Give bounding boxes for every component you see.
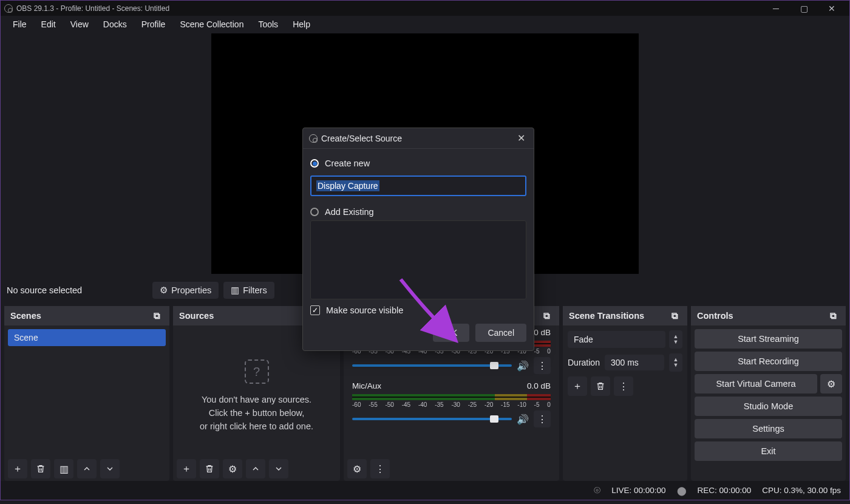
menu-file[interactable]: File xyxy=(5,17,34,32)
question-icon: ? xyxy=(245,359,269,384)
speaker-icon[interactable]: 🔊 xyxy=(517,360,529,372)
popout-icon[interactable]: ⧉ xyxy=(672,311,681,321)
delete-source-button[interactable] xyxy=(200,459,219,478)
create-new-radio[interactable]: Create new xyxy=(310,155,526,172)
transition-select[interactable]: Fade xyxy=(568,331,665,348)
channel-menu-button[interactable]: ⋮ xyxy=(534,357,551,374)
scene-up-button[interactable] xyxy=(77,459,97,478)
add-scene-button[interactable]: ＋ xyxy=(8,459,27,478)
channel-level: 0.0 dB xyxy=(527,381,551,390)
mixer-channel: Mic/Aux 0.0 dB -60-55-50-45-40-35-30-25-… xyxy=(347,379,556,432)
source-settings-button[interactable]: ⚙ xyxy=(223,459,242,478)
source-up-button[interactable] xyxy=(246,459,265,478)
channel-menu-button[interactable]: ⋮ xyxy=(534,410,551,427)
checkbox-checked-icon: ✓ xyxy=(310,305,320,315)
virtual-camera-settings-button[interactable]: ⚙ xyxy=(820,374,842,393)
obs-logo-icon xyxy=(309,134,318,143)
live-status: LIVE: 00:00:00 xyxy=(611,486,665,495)
make-visible-label: Make source visible xyxy=(326,305,403,315)
filter-icon: ▥ xyxy=(231,285,239,295)
empty-line: Click the + button below, xyxy=(175,407,338,420)
properties-label: Properties xyxy=(171,285,211,295)
menu-bar: File Edit View Docks Profile Scene Colle… xyxy=(0,16,850,33)
mixer-settings-button[interactable]: ⚙ xyxy=(347,459,367,478)
rec-status: REC: 00:00:00 xyxy=(698,486,752,495)
record-icon: ⬤ xyxy=(677,486,687,495)
source-name-input[interactable]: Display Capture xyxy=(310,175,526,196)
volume-slider[interactable] xyxy=(352,418,512,420)
minimize-button[interactable]: ─ xyxy=(762,1,790,16)
transition-updown[interactable]: ▲▼ xyxy=(669,330,682,349)
menu-profile[interactable]: Profile xyxy=(134,17,173,32)
no-source-label: No source selected xyxy=(7,285,82,295)
delete-transition-button[interactable] xyxy=(591,376,610,396)
broadcast-icon: ⦾ xyxy=(594,486,600,495)
menu-view[interactable]: View xyxy=(63,17,96,32)
scene-down-button[interactable] xyxy=(100,459,120,478)
cancel-button[interactable]: Cancel xyxy=(475,324,526,342)
create-new-label: Create new xyxy=(325,158,370,168)
filters-button[interactable]: ▥ Filters xyxy=(223,282,274,299)
transitions-title: Scene Transitions xyxy=(569,311,644,321)
maximize-button[interactable]: ▢ xyxy=(790,1,818,16)
start-recording-button[interactable]: Start Recording xyxy=(695,352,842,371)
start-streaming-button[interactable]: Start Streaming xyxy=(695,329,842,349)
properties-button[interactable]: ⚙ Properties xyxy=(152,282,219,299)
scene-item[interactable]: Scene xyxy=(8,329,166,346)
add-source-button[interactable]: ＋ xyxy=(177,459,196,478)
popout-icon[interactable]: ⧉ xyxy=(543,311,553,321)
menu-help[interactable]: Help xyxy=(285,17,318,32)
source-down-button[interactable] xyxy=(269,459,288,478)
controls-title: Controls xyxy=(697,311,733,321)
create-source-dialog: Create/Select Source ✕ Create new Displa… xyxy=(302,128,534,351)
menu-tools[interactable]: Tools xyxy=(251,17,285,32)
filters-label: Filters xyxy=(243,285,267,295)
obs-logo-icon xyxy=(4,4,13,13)
sources-title: Sources xyxy=(179,311,214,321)
volume-slider[interactable] xyxy=(352,364,512,367)
scenes-title: Scenes xyxy=(10,311,41,321)
no-sources-placeholder: ? You don't have any sources. Click the … xyxy=(175,359,338,433)
source-name-value: Display Capture xyxy=(316,180,379,191)
vu-meter xyxy=(352,394,551,400)
exit-button[interactable]: Exit xyxy=(695,441,842,461)
dialog-title: Create/Select Source xyxy=(321,134,402,143)
empty-line: or right click here to add one. xyxy=(175,420,338,434)
scene-filter-button[interactable]: ▥ xyxy=(54,459,73,478)
delete-scene-button[interactable] xyxy=(31,459,50,478)
status-bar: ⦾ LIVE: 00:00:00 ⬤ REC: 00:00:00 CPU: 0.… xyxy=(0,481,850,500)
speaker-icon[interactable]: 🔊 xyxy=(517,414,529,425)
add-existing-label: Add Existing xyxy=(325,207,374,217)
mixer-menu-button[interactable]: ⋮ xyxy=(370,459,390,478)
menu-scene-collection[interactable]: Scene Collection xyxy=(172,17,251,32)
menu-edit[interactable]: Edit xyxy=(34,17,63,32)
add-existing-radio[interactable]: Add Existing xyxy=(310,203,526,220)
add-transition-button[interactable]: ＋ xyxy=(568,376,587,396)
radio-checked-icon xyxy=(310,159,319,168)
close-button[interactable]: ✕ xyxy=(818,1,846,16)
duration-label: Duration xyxy=(568,358,600,367)
existing-sources-list[interactable] xyxy=(310,220,526,299)
gear-icon: ⚙ xyxy=(160,285,168,295)
start-virtual-camera-button[interactable]: Start Virtual Camera xyxy=(695,374,817,393)
dialog-close-button[interactable]: ✕ xyxy=(515,132,528,144)
duration-updown[interactable]: ▲▼ xyxy=(669,353,682,372)
transition-value: Fade xyxy=(574,335,593,344)
titlebar: OBS 29.1.3 - Profile: Untitled - Scenes:… xyxy=(0,0,850,16)
make-visible-checkbox[interactable]: ✓ Make source visible xyxy=(310,305,526,315)
transition-menu-button[interactable]: ⋮ xyxy=(614,376,633,396)
menu-docks[interactable]: Docks xyxy=(96,17,134,32)
transitions-dock: Scene Transitions ⧉ Fade ▲▼ Duration 300… xyxy=(563,306,687,481)
ok-button[interactable]: OK xyxy=(433,324,469,342)
popout-icon[interactable]: ⧉ xyxy=(830,311,840,321)
studio-mode-button[interactable]: Studio Mode xyxy=(695,397,842,416)
settings-button[interactable]: Settings xyxy=(695,419,842,438)
controls-dock: Controls ⧉ Start Streaming Start Recordi… xyxy=(691,306,846,481)
popout-icon[interactable]: ⧉ xyxy=(154,311,163,321)
empty-line: You don't have any sources. xyxy=(175,393,338,407)
db-ticks: -60-55-50-45-40-35-30-25-20-15-10-50 xyxy=(352,401,551,408)
duration-input[interactable]: 300 ms xyxy=(605,355,664,370)
channel-name: Mic/Aux xyxy=(352,381,381,390)
scenes-dock: Scenes ⧉ Scene ＋ ▥ xyxy=(4,306,169,481)
cpu-status: CPU: 0.3%, 30.00 fps xyxy=(762,486,841,495)
